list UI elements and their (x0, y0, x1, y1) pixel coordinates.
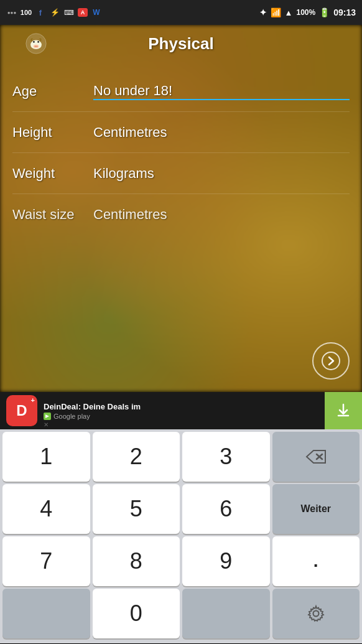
keyboard-row-4: 0 (2, 589, 360, 638)
ad-app-icon: D + (6, 395, 37, 426)
ad-subtitle-area: Google play (44, 413, 325, 420)
title-bar: Physical (0, 25, 362, 62)
notification-dots-icon: ●●● (6, 8, 17, 17)
messenger-icon: ⚡ (49, 8, 60, 17)
next-button[interactable] (312, 342, 350, 380)
svg-point-8 (36, 45, 37, 47)
age-value[interactable]: No under 18! (93, 83, 350, 100)
play-triangle-icon (45, 414, 50, 419)
wifi-icon: 📶 (271, 7, 281, 17)
height-row[interactable]: Height Centimetres (12, 116, 350, 153)
key-dot[interactable]: . (272, 536, 360, 586)
waist-row[interactable]: Waist size Centimetres (12, 198, 350, 235)
height-value[interactable]: Centimetres (93, 124, 350, 141)
key-7[interactable]: 7 (2, 536, 90, 586)
key-5[interactable]: 5 (93, 484, 180, 534)
battery-count-icon: 100 (21, 8, 32, 17)
status-time: 09:13 (333, 7, 356, 17)
key-4[interactable]: 4 (2, 484, 90, 534)
keyboard-row-3: 7 8 9 . (2, 536, 360, 586)
svg-point-5 (37, 41, 39, 43)
keyboard-icon: ⌨ (63, 8, 75, 17)
status-bar: ●●● 100 f ⚡ ⌨ A W ✦ 📶 ▲ 100% 🔋 09:13 (0, 0, 362, 25)
ad-title: DeinDeal: Deine Deals im (44, 402, 325, 411)
settings-gear-icon (306, 604, 326, 623)
key-1[interactable]: 1 (2, 432, 90, 482)
key-9[interactable]: 9 (182, 536, 270, 586)
signal-icon: ▲ (285, 8, 293, 17)
battery-icon: 🔋 (319, 7, 330, 17)
ad-plus-badge: + (31, 396, 35, 404)
status-right: ✦ 📶 ▲ 100% 🔋 09:13 (259, 7, 356, 17)
weight-row[interactable]: Weight Kilograms (12, 157, 350, 194)
keyboard-row-2: 4 5 6 Weiter (2, 484, 360, 534)
battery-level: 100% (296, 8, 315, 17)
download-icon (335, 402, 352, 419)
ad-download-button[interactable] (325, 392, 362, 429)
key-3[interactable]: 3 (182, 432, 270, 482)
svg-point-6 (34, 45, 39, 48)
svg-point-7 (35, 45, 36, 47)
ad-banner[interactable]: D + DeinDeal: Deine Deals im Google play… (0, 392, 362, 429)
keyboard-row-1: 1 2 3 (2, 432, 360, 482)
arrow-right-icon (322, 352, 340, 370)
height-label: Height (12, 124, 93, 141)
svg-point-4 (33, 41, 35, 43)
weight-value[interactable]: Kilograms (93, 166, 350, 182)
ad-icon-letter: D (16, 402, 27, 419)
ad-subtitle-text: Google play (53, 413, 90, 420)
avira-icon: A (78, 8, 88, 17)
word-icon: W (91, 8, 102, 17)
svg-point-9 (322, 352, 340, 370)
svg-marker-10 (45, 414, 49, 418)
app-area: Physical Age No under 18! Height Centime… (0, 25, 362, 392)
backspace-icon (305, 449, 327, 464)
key-weiter[interactable]: Weiter (272, 484, 360, 534)
form-area: Age No under 18! Height Centimetres Weig… (0, 62, 362, 245)
age-label: Age (12, 83, 93, 100)
bluetooth-icon: ✦ (259, 7, 267, 17)
key-2[interactable]: 2 (93, 432, 180, 482)
key-6[interactable]: 6 (182, 484, 270, 534)
numeric-keyboard: 1 2 3 4 5 6 Weiter 7 8 9 . 0 (0, 429, 362, 643)
key-0[interactable]: 0 (93, 589, 180, 638)
page-title: Physical (148, 34, 214, 54)
waist-label: Waist size (12, 207, 93, 223)
status-icons-left: ●●● 100 f ⚡ ⌨ A W (6, 8, 102, 17)
key-empty-right (182, 589, 270, 638)
weight-label: Weight (12, 166, 93, 182)
svg-point-11 (313, 611, 318, 617)
key-empty-left (2, 589, 90, 638)
app-logo-icon (25, 32, 47, 55)
key-backspace[interactable] (272, 432, 360, 482)
close-ad-button[interactable]: ✕ (44, 421, 49, 428)
waist-value[interactable]: Centimetres (93, 207, 350, 223)
google-play-icon (44, 413, 51, 420)
facebook-icon: f (35, 8, 46, 17)
key-settings[interactable] (272, 589, 360, 638)
ad-text-area: DeinDeal: Deine Deals im Google play (44, 402, 325, 420)
key-8[interactable]: 8 (93, 536, 180, 586)
age-row[interactable]: Age No under 18! (12, 75, 350, 112)
